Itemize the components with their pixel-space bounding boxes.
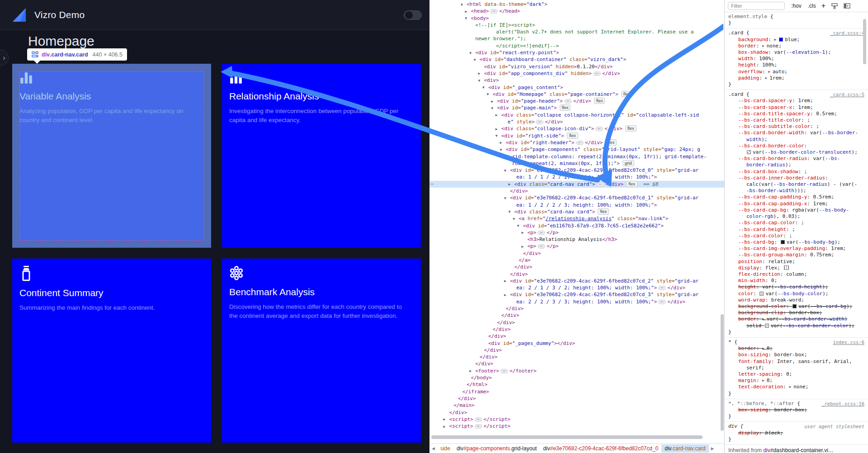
css-property[interactable]: box-sizing: border-box; <box>725 407 868 413</box>
css-property[interactable]: --bs-card-spacer-y: 1rem; <box>725 98 868 104</box>
breadcrumb-item[interactable]: div.card-nav.card <box>661 444 708 453</box>
tree-row[interactable]: ▼<div id="eb1167b3-67a9-c378-7c65-c1e582… <box>429 222 724 229</box>
flex-badge[interactable]: flex <box>626 181 637 187</box>
css-property[interactable]: color-rgb), 0.03); <box>725 213 868 220</box>
css-property[interactable]: border: ▶ none; <box>725 43 868 49</box>
css-property[interactable]: --bs-card-cap-padding-x: 1rem; <box>725 201 868 207</box>
tree-row[interactable]: ▼<div id="e3e70682-c209-4cac-629f-6fbed8… <box>429 194 724 201</box>
css-property[interactable]: box-sizing: border-box; <box>725 352 868 358</box>
stylesheet-link[interactable]: index.css:6 <box>833 339 864 345</box>
tree-row[interactable]: rows: repeat(2, minmax(0px, 1fr));">grid <box>429 160 724 167</box>
tree-row[interactable]: ▶<div id="app_components_div" hidden>⋯</… <box>429 70 724 77</box>
tree-row[interactable]: e" style>⋯</div> <box>429 118 724 125</box>
tree-row[interactable]: ea: 1 / 2 / 2 / 3; height: 100%; width: … <box>429 202 724 208</box>
css-property[interactable]: --bs-card-inner-border-radius: <box>725 175 868 181</box>
css-property[interactable]: calc(var(--bs-border-radius) - (var(- <box>725 181 868 188</box>
css-property[interactable]: --bs-card-subtitle-color: ; <box>725 123 868 130</box>
rendering-emulation-icon[interactable] <box>831 3 838 9</box>
tree-row[interactable]: ▶<div class="collapse-icon-div">⋯</div>f… <box>429 125 724 132</box>
flex-badge[interactable]: flex <box>567 132 578 139</box>
css-property[interactable]: background: ▶ blue; <box>725 37 868 43</box>
stylesheet-link[interactable]: _card.scss:4 <box>830 30 864 36</box>
grid-badge[interactable]: grid <box>623 160 634 166</box>
breadcrumb-item[interactable]: side <box>437 444 453 453</box>
nav-card-variable-analysis[interactable]: Variable AnalysisAnalyzing population, G… <box>12 64 211 248</box>
css-property[interactable]: --bs-card-box-shadow: ; <box>725 169 868 175</box>
tree-row[interactable]: ▼<div id="page-components" class="grid-l… <box>429 146 724 153</box>
tree-row[interactable]: </div> <box>429 360 724 367</box>
flex-badge[interactable]: flex <box>621 91 632 97</box>
tree-row[interactable]: ▼<div id="dashboard-container" class="vi… <box>429 56 724 63</box>
css-property[interactable]: text-decoration: ▶ none; <box>725 384 868 390</box>
tree-row[interactable]: </a> <box>429 257 724 264</box>
tree-row[interactable]: </div> <box>429 409 724 416</box>
tree-row-selected[interactable]: ▶<div class="card-nav card">⋯</div>flex … <box>429 181 724 188</box>
nav-card-continent-summary[interactable]: Continent SummarySummarizing the main fi… <box>12 259 211 443</box>
tree-row[interactable]: ▼<div id="right-side">flex <box>429 132 724 139</box>
tree-row[interactable]: ▶<p>⋯</p> <box>429 229 724 236</box>
tree-row[interactable]: </div> <box>429 354 724 360</box>
tree-row[interactable]: <h3>Relationship Analysis</h3> <box>429 236 724 243</box>
tree-row[interactable]: ▼<div> <box>429 77 724 84</box>
css-property[interactable]: color: var(--bs-body-color); <box>725 291 868 297</box>
tree-row[interactable]: ea: 2 / 1 / 3 / 2; height: 100%; width: … <box>429 284 724 291</box>
expand-inline-icon[interactable]: ⋯ <box>538 231 545 235</box>
tree-row[interactable]: </main> <box>429 402 724 409</box>
breadcrumb-item[interactable]: div#e3e70682-c209-4cac-629f-6fbed82c07cd… <box>540 444 661 453</box>
expand-inline-icon[interactable]: ⋯ <box>564 99 572 104</box>
css-property[interactable]: background-color: var(--bs-card-bg); <box>725 303 868 310</box>
tree-row[interactable]: alert("Dash v2.7+ does not support Inter… <box>429 28 724 35</box>
css-property[interactable]: border: ▶ var(--bs-card-border-width) <box>725 316 868 322</box>
flex-badge[interactable]: flex <box>560 104 571 111</box>
tree-row[interactable]: rid-template-columns: repeat(2, minmax(0… <box>429 153 724 160</box>
css-property[interactable]: --bs-card-cap-bg: rgba(var(--bs-body- <box>725 207 868 213</box>
expand-inline-icon[interactable]: ⋯ <box>658 300 666 304</box>
flex-badge[interactable]: flex <box>605 139 617 146</box>
expand-inline-icon[interactable]: ⋯ <box>596 182 604 187</box>
tree-row[interactable]: </iframe> <box>429 388 724 395</box>
css-property[interactable]: --bs-card-title-color: ; <box>725 117 868 123</box>
css-property[interactable]: border: ▶ 0; <box>725 345 868 352</box>
style-filter-input[interactable] <box>728 2 785 10</box>
css-property[interactable]: -bs-border-width))); <box>725 188 868 194</box>
tree-row[interactable]: </div> <box>429 319 724 326</box>
css-property[interactable]: --bs-card-border-radius: var(--bs- <box>725 156 868 162</box>
css-property[interactable]: padding: ▶ 1rem; <box>725 75 868 81</box>
flex-badge[interactable]: flex <box>594 98 605 104</box>
css-property[interactable]: margin: ▶ 0; <box>725 378 868 384</box>
expand-inline-icon[interactable]: ⋯ <box>475 417 482 422</box>
css-property[interactable]: --bs-card-group-margin: 0.75rem; <box>725 252 868 258</box>
tree-row[interactable]: </div> <box>429 347 724 354</box>
flex-badge[interactable]: flex <box>625 125 637 132</box>
tree-row[interactable]: ▼<div id="e3e70682-c209-4cac-629f-6fbed8… <box>429 167 724 174</box>
tree-row[interactable]: ▶<head>⋯</head> <box>429 8 724 14</box>
expand-inline-icon[interactable]: ⋯ <box>658 286 666 290</box>
nav-card-relationship-analysis[interactable]: Relationship AnalysisInvestigating the i… <box>222 64 421 248</box>
tree-row[interactable]: </body> <box>429 374 724 381</box>
expand-inline-icon[interactable]: ⋯ <box>490 9 498 14</box>
tree-row[interactable]: ▶<div id="page-header">⋯</div>flex <box>429 98 724 104</box>
tree-row[interactable]: </div> <box>429 326 724 333</box>
tree-row[interactable]: ▶<div id="e3e70682-c209-4cac-629f-6fbed8… <box>429 278 724 284</box>
css-property[interactable]: width: 100%; <box>725 56 868 62</box>
css-property[interactable]: var(--bs-border-color-translucent); <box>725 149 868 156</box>
tree-row[interactable]: ▼<div id="_pages_content"> <box>429 84 724 91</box>
flex-badge[interactable]: flex <box>598 208 609 215</box>
tree-row[interactable]: </div> <box>429 188 724 194</box>
css-property[interactable]: display: block; <box>725 430 868 436</box>
css-property[interactable]: --bs-card-cap-padding-y: 0.5rem; <box>725 194 868 200</box>
tree-row[interactable]: </html> <box>429 381 724 388</box>
stylesheet-link[interactable]: user agent stylesheet <box>804 423 864 429</box>
tree-row[interactable]: ▼<a href="/relationship-analysis" class=… <box>429 215 724 222</box>
css-property[interactable]: letter-spacing: 0; <box>725 371 868 378</box>
tree-row[interactable]: ▶<div id="right-header">⋯</div>flex <box>429 139 724 146</box>
css-property[interactable]: height: 100%; <box>725 62 868 68</box>
tree-row[interactable]: ▼<div id="Homepage" class="page-containe… <box>429 91 724 98</box>
new-style-rule-button[interactable]: + <box>821 3 826 9</box>
tree-row[interactable]: ▶<p>⋯</p> <box>429 243 724 250</box>
expand-inline-icon[interactable]: ⋯ <box>475 424 482 429</box>
tree-row[interactable]: ▼<div id="react-entry-point"> <box>429 49 724 56</box>
expand-inline-icon[interactable]: ⋯ <box>536 120 543 124</box>
css-property[interactable]: flex-direction: column; <box>725 271 868 278</box>
css-property[interactable]: serif; <box>725 365 868 371</box>
